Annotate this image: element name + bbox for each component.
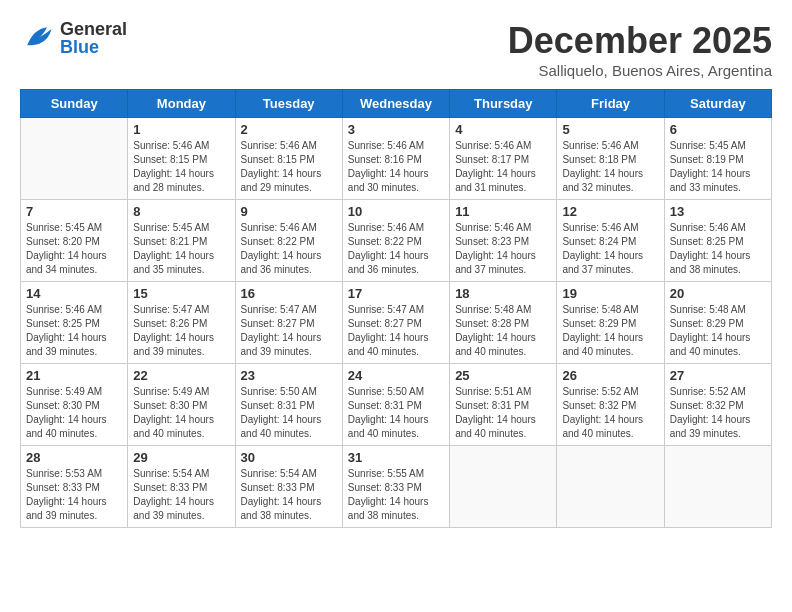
day-number: 9	[241, 204, 337, 219]
day-cell: 9Sunrise: 5:46 AM Sunset: 8:22 PM Daylig…	[235, 200, 342, 282]
day-number: 4	[455, 122, 551, 137]
day-info: Sunrise: 5:46 AM Sunset: 8:15 PM Dayligh…	[241, 139, 337, 195]
day-info: Sunrise: 5:46 AM Sunset: 8:22 PM Dayligh…	[348, 221, 444, 277]
day-number: 19	[562, 286, 658, 301]
day-cell	[21, 118, 128, 200]
week-row-2: 7Sunrise: 5:45 AM Sunset: 8:20 PM Daylig…	[21, 200, 772, 282]
day-cell: 29Sunrise: 5:54 AM Sunset: 8:33 PM Dayli…	[128, 446, 235, 528]
day-cell: 15Sunrise: 5:47 AM Sunset: 8:26 PM Dayli…	[128, 282, 235, 364]
day-info: Sunrise: 5:47 AM Sunset: 8:26 PM Dayligh…	[133, 303, 229, 359]
day-info: Sunrise: 5:51 AM Sunset: 8:31 PM Dayligh…	[455, 385, 551, 441]
day-number: 26	[562, 368, 658, 383]
day-cell: 5Sunrise: 5:46 AM Sunset: 8:18 PM Daylig…	[557, 118, 664, 200]
day-number: 2	[241, 122, 337, 137]
day-number: 25	[455, 368, 551, 383]
day-cell: 18Sunrise: 5:48 AM Sunset: 8:28 PM Dayli…	[450, 282, 557, 364]
calendar-table: SundayMondayTuesdayWednesdayThursdayFrid…	[20, 89, 772, 528]
day-info: Sunrise: 5:45 AM Sunset: 8:19 PM Dayligh…	[670, 139, 766, 195]
day-cell: 1Sunrise: 5:46 AM Sunset: 8:15 PM Daylig…	[128, 118, 235, 200]
day-number: 3	[348, 122, 444, 137]
day-info: Sunrise: 5:54 AM Sunset: 8:33 PM Dayligh…	[133, 467, 229, 523]
day-cell: 16Sunrise: 5:47 AM Sunset: 8:27 PM Dayli…	[235, 282, 342, 364]
day-info: Sunrise: 5:46 AM Sunset: 8:16 PM Dayligh…	[348, 139, 444, 195]
day-number: 1	[133, 122, 229, 137]
day-number: 31	[348, 450, 444, 465]
day-info: Sunrise: 5:52 AM Sunset: 8:32 PM Dayligh…	[562, 385, 658, 441]
day-number: 23	[241, 368, 337, 383]
day-cell: 26Sunrise: 5:52 AM Sunset: 8:32 PM Dayli…	[557, 364, 664, 446]
logo-icon	[20, 20, 56, 56]
day-cell: 13Sunrise: 5:46 AM Sunset: 8:25 PM Dayli…	[664, 200, 771, 282]
week-row-1: 1Sunrise: 5:46 AM Sunset: 8:15 PM Daylig…	[21, 118, 772, 200]
day-cell: 3Sunrise: 5:46 AM Sunset: 8:16 PM Daylig…	[342, 118, 449, 200]
day-cell	[664, 446, 771, 528]
day-number: 11	[455, 204, 551, 219]
day-cell: 14Sunrise: 5:46 AM Sunset: 8:25 PM Dayli…	[21, 282, 128, 364]
day-info: Sunrise: 5:49 AM Sunset: 8:30 PM Dayligh…	[26, 385, 122, 441]
logo-blue-text: Blue	[60, 38, 127, 56]
day-cell	[450, 446, 557, 528]
day-info: Sunrise: 5:46 AM Sunset: 8:23 PM Dayligh…	[455, 221, 551, 277]
day-info: Sunrise: 5:46 AM Sunset: 8:15 PM Dayligh…	[133, 139, 229, 195]
day-cell: 24Sunrise: 5:50 AM Sunset: 8:31 PM Dayli…	[342, 364, 449, 446]
day-number: 13	[670, 204, 766, 219]
week-row-3: 14Sunrise: 5:46 AM Sunset: 8:25 PM Dayli…	[21, 282, 772, 364]
day-info: Sunrise: 5:48 AM Sunset: 8:28 PM Dayligh…	[455, 303, 551, 359]
day-cell: 19Sunrise: 5:48 AM Sunset: 8:29 PM Dayli…	[557, 282, 664, 364]
day-cell: 6Sunrise: 5:45 AM Sunset: 8:19 PM Daylig…	[664, 118, 771, 200]
day-cell: 30Sunrise: 5:54 AM Sunset: 8:33 PM Dayli…	[235, 446, 342, 528]
day-number: 14	[26, 286, 122, 301]
day-info: Sunrise: 5:50 AM Sunset: 8:31 PM Dayligh…	[241, 385, 337, 441]
day-info: Sunrise: 5:46 AM Sunset: 8:25 PM Dayligh…	[670, 221, 766, 277]
day-number: 10	[348, 204, 444, 219]
day-cell: 17Sunrise: 5:47 AM Sunset: 8:27 PM Dayli…	[342, 282, 449, 364]
month-title: December 2025	[508, 20, 772, 62]
day-number: 28	[26, 450, 122, 465]
page-header: General Blue December 2025 Salliquelo, B…	[20, 20, 772, 79]
day-cell: 11Sunrise: 5:46 AM Sunset: 8:23 PM Dayli…	[450, 200, 557, 282]
weekday-header-wednesday: Wednesday	[342, 90, 449, 118]
day-info: Sunrise: 5:52 AM Sunset: 8:32 PM Dayligh…	[670, 385, 766, 441]
day-info: Sunrise: 5:45 AM Sunset: 8:21 PM Dayligh…	[133, 221, 229, 277]
day-cell: 12Sunrise: 5:46 AM Sunset: 8:24 PM Dayli…	[557, 200, 664, 282]
day-number: 20	[670, 286, 766, 301]
day-info: Sunrise: 5:50 AM Sunset: 8:31 PM Dayligh…	[348, 385, 444, 441]
day-number: 16	[241, 286, 337, 301]
day-cell: 31Sunrise: 5:55 AM Sunset: 8:33 PM Dayli…	[342, 446, 449, 528]
logo-general-text: General	[60, 20, 127, 38]
day-info: Sunrise: 5:45 AM Sunset: 8:20 PM Dayligh…	[26, 221, 122, 277]
day-number: 7	[26, 204, 122, 219]
day-cell: 23Sunrise: 5:50 AM Sunset: 8:31 PM Dayli…	[235, 364, 342, 446]
day-number: 5	[562, 122, 658, 137]
day-number: 8	[133, 204, 229, 219]
day-info: Sunrise: 5:47 AM Sunset: 8:27 PM Dayligh…	[241, 303, 337, 359]
day-cell: 22Sunrise: 5:49 AM Sunset: 8:30 PM Dayli…	[128, 364, 235, 446]
weekday-header-tuesday: Tuesday	[235, 90, 342, 118]
day-info: Sunrise: 5:48 AM Sunset: 8:29 PM Dayligh…	[562, 303, 658, 359]
weekday-header-sunday: Sunday	[21, 90, 128, 118]
day-cell: 20Sunrise: 5:48 AM Sunset: 8:29 PM Dayli…	[664, 282, 771, 364]
day-cell: 28Sunrise: 5:53 AM Sunset: 8:33 PM Dayli…	[21, 446, 128, 528]
weekday-header-row: SundayMondayTuesdayWednesdayThursdayFrid…	[21, 90, 772, 118]
day-cell: 21Sunrise: 5:49 AM Sunset: 8:30 PM Dayli…	[21, 364, 128, 446]
day-info: Sunrise: 5:46 AM Sunset: 8:24 PM Dayligh…	[562, 221, 658, 277]
day-cell: 10Sunrise: 5:46 AM Sunset: 8:22 PM Dayli…	[342, 200, 449, 282]
day-cell	[557, 446, 664, 528]
day-info: Sunrise: 5:46 AM Sunset: 8:18 PM Dayligh…	[562, 139, 658, 195]
day-number: 24	[348, 368, 444, 383]
day-info: Sunrise: 5:49 AM Sunset: 8:30 PM Dayligh…	[133, 385, 229, 441]
week-row-5: 28Sunrise: 5:53 AM Sunset: 8:33 PM Dayli…	[21, 446, 772, 528]
day-cell: 25Sunrise: 5:51 AM Sunset: 8:31 PM Dayli…	[450, 364, 557, 446]
day-cell: 8Sunrise: 5:45 AM Sunset: 8:21 PM Daylig…	[128, 200, 235, 282]
week-row-4: 21Sunrise: 5:49 AM Sunset: 8:30 PM Dayli…	[21, 364, 772, 446]
day-number: 21	[26, 368, 122, 383]
weekday-header-monday: Monday	[128, 90, 235, 118]
day-info: Sunrise: 5:46 AM Sunset: 8:22 PM Dayligh…	[241, 221, 337, 277]
day-info: Sunrise: 5:54 AM Sunset: 8:33 PM Dayligh…	[241, 467, 337, 523]
logo: General Blue	[20, 20, 127, 56]
weekday-header-thursday: Thursday	[450, 90, 557, 118]
day-info: Sunrise: 5:46 AM Sunset: 8:17 PM Dayligh…	[455, 139, 551, 195]
day-cell: 7Sunrise: 5:45 AM Sunset: 8:20 PM Daylig…	[21, 200, 128, 282]
day-number: 22	[133, 368, 229, 383]
day-number: 27	[670, 368, 766, 383]
